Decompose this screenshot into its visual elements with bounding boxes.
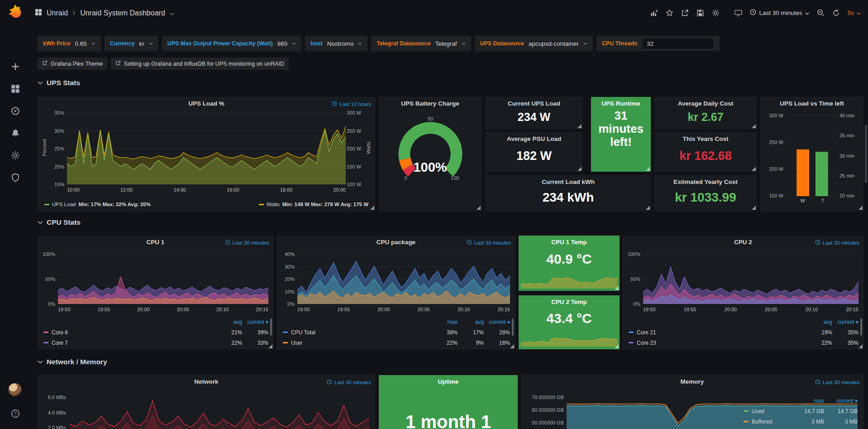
variable-currency[interactable]: Currencykr	[105, 36, 158, 51]
panel-title[interactable]: CPU 2 Temp	[519, 299, 619, 305]
legend-column-current[interactable]: current ▾	[832, 319, 858, 325]
variable-value[interactable]: apcupsd-container	[529, 40, 579, 47]
panel-time-range[interactable]: Last 30 minutes	[815, 240, 859, 246]
legend-column-current[interactable]: current ▾	[242, 319, 268, 325]
panel-title[interactable]: Average PSU Load	[486, 135, 582, 142]
legend-series-name[interactable]: Core 21	[637, 329, 656, 336]
panel-time-range[interactable]: Last 30 minutes	[467, 240, 511, 246]
panel-title[interactable]: Uptime	[379, 378, 517, 385]
section-network-memory[interactable]: Network / Memory	[38, 358, 107, 366]
panel-title[interactable]: Memory	[521, 378, 863, 385]
panel-time-range[interactable]: Last 30 minutes	[327, 379, 371, 386]
legend-scrollbar[interactable]	[512, 318, 514, 336]
resize-handle[interactable]	[477, 206, 481, 210]
panel-title[interactable]: Network	[38, 378, 375, 385]
dashboard-link[interactable]: Setting up Grafana and InfluxDB for UPS …	[111, 58, 289, 70]
panel-title[interactable]: UPS Load %	[38, 100, 375, 107]
section-cpu-stats[interactable]: CPU Stats	[38, 218, 81, 227]
ups-load-chart[interactable]	[67, 113, 346, 184]
variable-value[interactable]: Nostromo	[327, 40, 354, 47]
panel-time-range[interactable]: Last 30 minutes	[815, 379, 859, 386]
sidebar-item-explore[interactable]	[0, 102, 30, 121]
save-dashboard-button[interactable]	[696, 9, 704, 17]
resize-handle[interactable]	[577, 167, 582, 171]
variable-telegraf-datasource[interactable]: Telegraf DatasourceTelegraf	[371, 36, 471, 51]
legend-series-name[interactable]: Core 6	[52, 329, 68, 336]
variable-value[interactable]: 865	[277, 40, 288, 47]
panel-title[interactable]: UPS Battery Charge	[379, 100, 481, 107]
variable-value[interactable]: kr	[139, 40, 144, 47]
legend-series-name[interactable]: CPU Total	[291, 329, 315, 336]
legend-series-name[interactable]: Core 23	[637, 340, 656, 346]
breadcrumb-app[interactable]: Unraid	[47, 9, 68, 17]
resize-handle[interactable]	[752, 167, 756, 171]
legend-column-current[interactable]: current ▾	[484, 319, 510, 325]
user-avatar[interactable]	[8, 383, 22, 396]
resize-handle[interactable]	[268, 344, 272, 348]
resize-handle[interactable]	[615, 286, 619, 290]
page-scrollbar[interactable]	[865, 125, 867, 183]
cpu2-chart[interactable]	[643, 254, 858, 304]
variable-value[interactable]: 0.65	[75, 40, 86, 47]
panel-title[interactable]: UPS Runtime	[591, 100, 650, 107]
cpu-package-chart[interactable]	[297, 254, 510, 304]
time-picker[interactable]: Last 30 minutes	[750, 9, 809, 17]
panel-title[interactable]: CPU 1 Temp	[519, 239, 619, 246]
cpu1-chart[interactable]	[58, 254, 268, 304]
variable-kwh-price[interactable]: kWh Price0.65	[38, 36, 101, 51]
refresh-button[interactable]	[832, 9, 840, 17]
variable-ups-datasource[interactable]: UPS Datasourceapcupsd-container	[475, 36, 593, 51]
panel-title[interactable]: UPS Load vs Time left	[761, 100, 863, 107]
resize-handle[interactable]	[752, 206, 756, 210]
resize-handle[interactable]	[752, 124, 756, 128]
resize-handle[interactable]	[858, 344, 863, 348]
chevron-down-icon[interactable]	[170, 9, 174, 17]
panel-title[interactable]: Current UPS Load	[486, 100, 582, 107]
sidebar-item-alerting[interactable]	[0, 124, 30, 143]
mark-favorite-button[interactable]	[666, 9, 673, 17]
load-vs-time-chart[interactable]	[786, 116, 839, 196]
share-dashboard-button[interactable]	[681, 9, 689, 17]
section-ups-stats[interactable]: UPS Stats	[38, 79, 80, 87]
legend-column-current[interactable]: current ▾	[824, 398, 858, 404]
legend-series-name[interactable]: Used	[752, 408, 764, 415]
variable-value[interactable]: Telegraf	[435, 40, 457, 47]
panel-title[interactable]: Average Daily Cost	[655, 100, 756, 107]
variable-host[interactable]: hostNostromo	[305, 36, 367, 51]
legend-item[interactable]: UPS Load Min: 17% Max: 32% Avg: 20%	[44, 202, 151, 207]
variable-cpu-threads[interactable]: CPU Threads32	[596, 36, 720, 51]
panel-time-range[interactable]: Last 30 minutes	[225, 240, 269, 246]
legend-item[interactable]: Watts Min: 148 W Max: 278 W Avg: 175 W	[259, 202, 368, 207]
resize-handle[interactable]	[370, 206, 374, 210]
panel-time-range[interactable]: Last 12 hours	[332, 101, 371, 107]
sidebar-item-configuration[interactable]	[0, 146, 30, 165]
zoom-out-button[interactable]	[817, 9, 825, 17]
sidebar-item-help[interactable]: ?	[0, 405, 30, 424]
legend-column-avg[interactable]: avg	[806, 319, 832, 325]
refresh-interval-picker[interactable]: 5s	[848, 10, 861, 16]
resize-handle[interactable]	[646, 167, 650, 171]
grafana-logo[interactable]	[6, 4, 24, 21]
variable-input[interactable]: 32	[642, 38, 714, 49]
panel-title[interactable]: Current Load kWh	[486, 178, 650, 185]
legend-scrollbar[interactable]	[270, 318, 272, 336]
resize-handle[interactable]	[615, 344, 619, 348]
resize-handle[interactable]	[646, 206, 650, 210]
dashboard-settings-button[interactable]	[712, 9, 720, 17]
legend-column-avg[interactable]: avg	[458, 319, 484, 325]
dashboard-link[interactable]: Grafana Plex Theme	[38, 58, 107, 70]
legend-column-max[interactable]: max	[431, 319, 458, 325]
sidebar-item-dashboards[interactable]	[0, 80, 30, 99]
add-panel-button[interactable]	[650, 9, 658, 17]
legend-series-name[interactable]: User	[291, 340, 302, 346]
sidebar-item-create[interactable]	[0, 58, 30, 77]
apps-icon[interactable]	[35, 9, 42, 18]
dashboard-title[interactable]: Unraid System Dashboard	[80, 9, 165, 17]
sidebar-item-server-admin[interactable]	[0, 169, 30, 188]
network-chart[interactable]	[70, 394, 369, 429]
legend-series-name[interactable]: Buffered	[752, 419, 772, 425]
cycle-view-button[interactable]	[734, 9, 742, 17]
panel-title[interactable]: This Years Cost	[655, 135, 756, 142]
legend-column-max[interactable]: max	[791, 398, 824, 404]
variable-ups-max-output-power-capacity-watt-[interactable]: UPS Max Output Power Capacity (Watt)865	[162, 36, 301, 51]
